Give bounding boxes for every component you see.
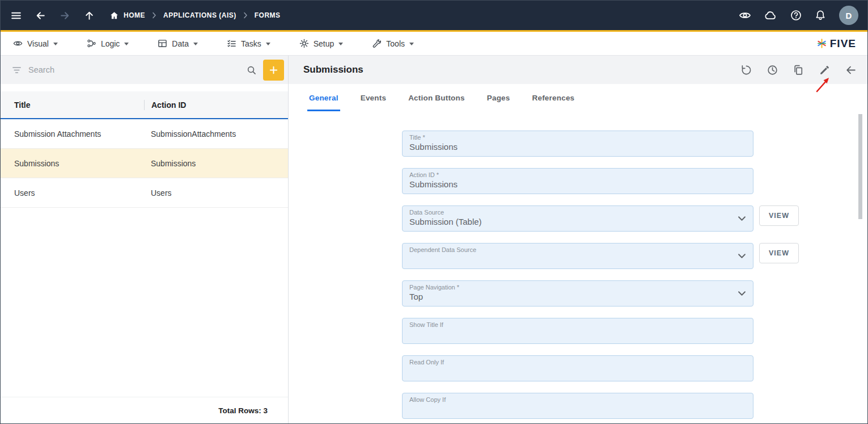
scrollbar-thumb[interactable] xyxy=(858,114,862,219)
add-record-button[interactable] xyxy=(263,60,284,81)
chevron-down-icon xyxy=(53,43,58,45)
row-action-id-cell: Users xyxy=(144,188,288,198)
table-header: Title Action ID xyxy=(1,91,288,119)
chevron-down-icon xyxy=(409,43,414,45)
dependent-data-source-select[interactable]: Dependent Data Source xyxy=(402,243,753,269)
chevron-down-icon xyxy=(738,216,746,221)
row-action-id-cell: SubmissionAttachments xyxy=(144,129,288,138)
row-title-cell: Submissions xyxy=(1,159,144,168)
logic-flow-icon xyxy=(87,39,96,48)
search-input[interactable] xyxy=(28,65,240,74)
field-label: Read Only If xyxy=(409,359,746,366)
page-navigation-select[interactable]: Page Navigation * Top xyxy=(402,280,753,307)
tab-references[interactable]: References xyxy=(531,84,577,111)
chevron-right-icon xyxy=(152,12,156,19)
restore-history-icon[interactable] xyxy=(740,64,752,76)
field-label: Allow Copy If xyxy=(409,396,746,403)
column-header-title[interactable]: Title xyxy=(1,100,144,110)
task-list-icon xyxy=(227,39,236,48)
title-field[interactable]: Title * Submissions xyxy=(402,131,753,157)
five-brand: FIVE xyxy=(816,37,856,50)
collapse-panel-arrow-icon[interactable] xyxy=(845,64,857,76)
breadcrumb-forms-label: FORMS xyxy=(255,11,281,19)
field-value: Top xyxy=(409,292,746,301)
filter-icon[interactable] xyxy=(12,65,22,75)
chevron-down-icon xyxy=(124,43,129,45)
chevron-down-icon xyxy=(738,254,746,259)
menu-setup[interactable]: Setup xyxy=(299,39,344,48)
edit-pencil-icon[interactable] xyxy=(819,64,831,76)
action-id-field[interactable]: Action ID * Submissions xyxy=(402,168,753,194)
field-label: Dependent Data Source xyxy=(409,246,746,253)
topbar: HOME APPLICATIONS (AIS) FORMS xyxy=(1,1,867,32)
tools-wrench-icon xyxy=(372,39,382,48)
user-avatar[interactable]: D xyxy=(839,6,858,25)
detail-header: Submissions xyxy=(289,56,867,84)
row-action-id-cell: Submissions xyxy=(144,159,288,168)
allow-copy-if-field[interactable]: Allow Copy If xyxy=(402,393,753,419)
menu-label: Tasks xyxy=(241,39,261,48)
record-detail-panel: Submissions xyxy=(289,56,867,423)
copy-icon[interactable] xyxy=(793,64,805,76)
table-footer-total-rows: Total Rows: 3 xyxy=(1,397,288,423)
table-row[interactable]: Submission Attachments SubmissionAttachm… xyxy=(1,119,288,149)
column-header-action-id[interactable]: Action ID xyxy=(144,100,288,110)
preview-eye-icon[interactable] xyxy=(739,10,751,21)
eye-icon xyxy=(13,39,23,48)
menu-data[interactable]: Data xyxy=(158,39,198,48)
cloud-deploy-icon[interactable] xyxy=(764,10,777,21)
detail-header-actions xyxy=(740,64,857,76)
field-label: Show Title If xyxy=(409,321,746,328)
chevron-down-icon xyxy=(193,43,198,45)
content-area: Title Action ID Submission Attachments S… xyxy=(1,56,867,423)
show-title-if-field[interactable]: Show Title If xyxy=(402,318,753,344)
tab-pages[interactable]: Pages xyxy=(485,84,512,111)
breadcrumb-home[interactable]: HOME xyxy=(109,11,145,20)
view-data-source-button[interactable]: VIEW xyxy=(759,205,799,226)
up-arrow-icon[interactable] xyxy=(84,10,95,21)
menu-label: Logic xyxy=(101,39,120,48)
menu-logic[interactable]: Logic xyxy=(87,39,129,48)
back-arrow-icon[interactable] xyxy=(35,10,46,21)
five-logo-icon xyxy=(816,38,827,49)
menu-visual[interactable]: Visual xyxy=(13,39,58,48)
breadcrumb-applications[interactable]: APPLICATIONS (AIS) xyxy=(163,11,236,19)
table-row[interactable]: Users Users xyxy=(1,178,288,208)
tab-events[interactable]: Events xyxy=(359,84,388,111)
field-value: Submissions xyxy=(409,142,746,152)
field-row-title: Title * Submissions xyxy=(402,131,753,157)
five-brand-label: FIVE xyxy=(830,37,856,50)
records-list-panel: Title Action ID Submission Attachments S… xyxy=(1,56,289,423)
read-only-if-field[interactable]: Read Only If xyxy=(402,355,753,381)
hamburger-menu-icon[interactable] xyxy=(11,10,22,21)
menubar: Visual Logic Data Tasks xyxy=(1,32,867,56)
gear-icon xyxy=(299,39,309,48)
view-dependent-data-source-button[interactable]: VIEW xyxy=(759,243,799,263)
field-row-show-title-if: Show Title If xyxy=(402,318,753,344)
search-icon[interactable] xyxy=(247,65,256,75)
breadcrumb-forms[interactable]: FORMS xyxy=(255,11,281,19)
menu-label: Data xyxy=(172,39,189,48)
menu-tasks[interactable]: Tasks xyxy=(227,39,270,48)
field-value: Submission (Table) xyxy=(409,217,746,226)
tab-general[interactable]: General xyxy=(307,84,340,111)
tab-action-buttons[interactable]: Action Buttons xyxy=(407,84,467,111)
menu-tools[interactable]: Tools xyxy=(372,39,414,48)
help-icon[interactable] xyxy=(790,10,802,21)
plus-icon xyxy=(269,65,278,75)
field-row-allow-copy-if: Allow Copy If xyxy=(402,393,753,419)
menu-label: Setup xyxy=(314,39,335,48)
chevron-down-icon xyxy=(738,291,746,296)
page-title: Submissions xyxy=(303,64,363,75)
topbar-actions: D xyxy=(739,6,858,25)
table-row-selected[interactable]: Submissions Submissions xyxy=(1,149,288,178)
data-source-select[interactable]: Data Source Submission (Table) xyxy=(402,205,753,232)
field-label: Action ID * xyxy=(409,171,746,178)
chevron-down-icon xyxy=(338,43,343,45)
clock-history-icon[interactable] xyxy=(767,64,778,76)
field-row-data-source: Data Source Submission (Table) VIEW xyxy=(402,205,753,232)
forward-arrow-icon[interactable] xyxy=(60,10,70,21)
row-title-cell: Users xyxy=(1,188,144,198)
notifications-bell-icon[interactable] xyxy=(815,10,826,21)
field-label: Data Source xyxy=(409,209,746,216)
